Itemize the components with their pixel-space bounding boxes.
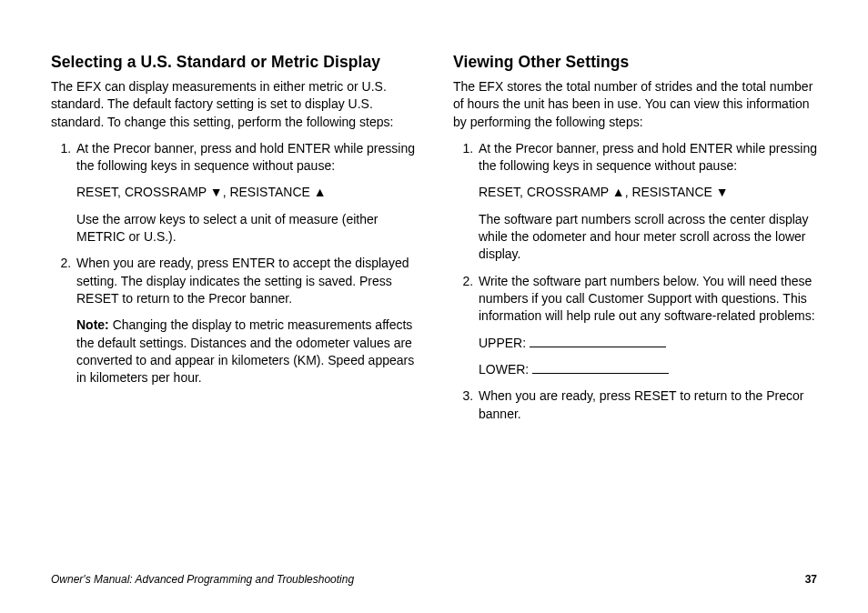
note-label: Note: [76, 317, 109, 332]
left-heading: Selecting a U.S. Standard or Metric Disp… [51, 53, 415, 73]
left-step-2: When you are ready, press ENTER to accep… [75, 255, 415, 387]
note-body: Changing the display to metric measureme… [76, 317, 414, 385]
upper-label: UPPER: [479, 336, 526, 350]
left-intro: The EFX can display measurements in eith… [51, 78, 415, 131]
left-step1-keys: RESET, CROSSRAMP ▼, RESISTANCE ▲ [76, 184, 415, 201]
left-step1-text: At the Precor banner, press and hold ENT… [76, 141, 415, 173]
right-step1-instruction: The software part numbers scroll across … [479, 211, 817, 264]
left-column: Selecting a U.S. Standard or Metric Disp… [51, 53, 415, 555]
right-step-1: At the Precor banner, press and hold ENT… [477, 140, 817, 264]
left-step2-note: Note: Changing the display to metric mea… [76, 317, 415, 387]
lower-line: LOWER: [479, 361, 817, 378]
upper-blank [530, 347, 666, 347]
content-columns: Selecting a U.S. Standard or Metric Disp… [51, 53, 817, 555]
lower-blank [532, 373, 669, 374]
right-step1-text: At the Precor banner, press and hold ENT… [479, 141, 817, 173]
upper-line: UPPER: [479, 335, 817, 352]
right-step2-text: Write the software part numbers below. Y… [479, 274, 815, 324]
right-step1-keys: RESET, CROSSRAMP ▲, RESISTANCE ▼ [479, 184, 817, 201]
left-step-1: At the Precor banner, press and hold ENT… [75, 140, 415, 246]
page-number: 37 [805, 573, 817, 586]
right-step-3: When you are ready, press RESET to retur… [477, 387, 817, 423]
right-step3-text: When you are ready, press RESET to retur… [479, 388, 803, 420]
page-footer: Owner's Manual: Advanced Programming and… [51, 573, 817, 586]
manual-page: Selecting a U.S. Standard or Metric Disp… [0, 0, 868, 613]
left-step2-text: When you are ready, press ENTER to accep… [76, 256, 409, 306]
right-intro: The EFX stores the total number of strid… [453, 78, 817, 131]
left-steps: At the Precor banner, press and hold ENT… [51, 140, 415, 387]
right-steps: At the Precor banner, press and hold ENT… [453, 140, 817, 423]
footer-breadcrumb: Owner's Manual: Advanced Programming and… [51, 573, 354, 586]
right-heading: Viewing Other Settings [453, 53, 817, 73]
left-step1-instruction: Use the arrow keys to select a unit of m… [76, 211, 415, 246]
right-step-2: Write the software part numbers below. Y… [477, 273, 817, 379]
right-column: Viewing Other Settings The EFX stores th… [453, 53, 817, 555]
lower-label: LOWER: [479, 362, 529, 377]
